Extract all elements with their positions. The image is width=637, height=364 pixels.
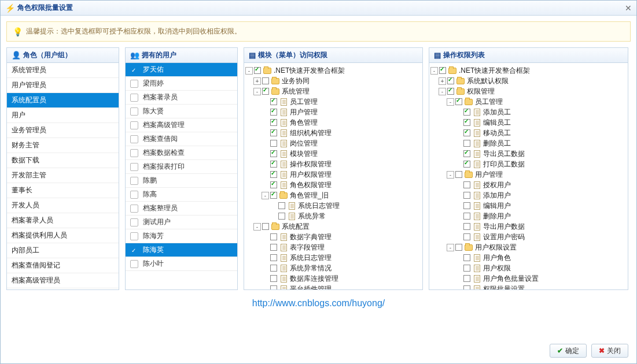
tree-checkbox[interactable] bbox=[270, 181, 277, 188]
tree-checkbox[interactable] bbox=[463, 161, 470, 168]
tree-node[interactable]: 设置用户密码 bbox=[430, 232, 627, 242]
user-item[interactable]: 档案整理员 bbox=[126, 202, 237, 216]
tree-node[interactable]: 添加员工 bbox=[430, 107, 627, 117]
role-item[interactable]: 业务管理员 bbox=[7, 123, 119, 138]
tree-node[interactable]: -系统配置 bbox=[245, 221, 421, 232]
role-item[interactable]: 开发部主管 bbox=[7, 168, 119, 183]
tree-checkbox[interactable] bbox=[463, 202, 470, 209]
tree-checkbox[interactable] bbox=[270, 192, 277, 199]
tree-node[interactable]: 删除用户 bbox=[430, 211, 627, 221]
tree-node[interactable]: 系统日志管理 bbox=[245, 200, 421, 211]
tree-node[interactable]: 用户角色批量设置 bbox=[430, 273, 627, 284]
checkbox-icon[interactable] bbox=[130, 121, 138, 129]
tree-checkbox[interactable] bbox=[463, 223, 470, 230]
role-item[interactable]: 开发人员 bbox=[7, 198, 119, 213]
tree-checkbox[interactable] bbox=[455, 244, 462, 251]
tree-checkbox[interactable] bbox=[447, 77, 454, 84]
tree-checkbox[interactable] bbox=[463, 109, 470, 116]
user-item[interactable]: 陈海芳 bbox=[126, 229, 237, 243]
tree-checkbox[interactable] bbox=[270, 109, 277, 116]
user-item[interactable]: 档案报表打印 bbox=[126, 160, 237, 174]
user-item[interactable]: 陈小叶 bbox=[126, 257, 237, 271]
tree-checkbox[interactable] bbox=[463, 119, 470, 126]
user-item[interactable]: 罗天佑 bbox=[126, 63, 237, 77]
user-item[interactable]: 陈高 bbox=[126, 188, 237, 202]
tree-node[interactable]: 导出用户数据 bbox=[430, 221, 627, 232]
tree-node[interactable]: 表字段管理 bbox=[245, 242, 421, 252]
tree-node[interactable]: 权限批量设置 bbox=[430, 284, 627, 289]
role-item[interactable]: 系统配置员 bbox=[7, 93, 119, 108]
ops-tree[interactable]: -.NET快速开发整合框架+系统默认权限-权限管理-员工管理添加员工编辑员工移动… bbox=[429, 63, 628, 289]
tree-checkbox[interactable] bbox=[270, 129, 277, 136]
tree-node[interactable]: 用户角色 bbox=[430, 252, 627, 263]
tree-checkbox[interactable] bbox=[463, 213, 470, 220]
tree-node[interactable]: -员工管理 bbox=[430, 96, 627, 107]
tree-checkbox[interactable] bbox=[463, 140, 470, 147]
close-button[interactable]: ✖ 关闭 bbox=[591, 344, 628, 358]
tree-node[interactable]: -系统管理 bbox=[245, 86, 421, 96]
tree-checkbox[interactable] bbox=[463, 150, 470, 157]
role-item[interactable]: 档案提供利用人员 bbox=[7, 228, 119, 243]
user-item[interactable]: 档案数据检查 bbox=[126, 146, 237, 160]
user-item[interactable]: 测试用户 bbox=[126, 216, 237, 229]
tree-checkbox[interactable] bbox=[455, 98, 462, 105]
role-item[interactable]: 财务主管 bbox=[7, 138, 119, 153]
checkbox-icon[interactable] bbox=[130, 163, 138, 171]
tree-checkbox[interactable] bbox=[463, 265, 470, 272]
checkbox-icon[interactable] bbox=[130, 218, 138, 226]
tree-checkbox[interactable] bbox=[463, 233, 470, 240]
tree-node[interactable]: -角色管理_旧 bbox=[245, 190, 421, 200]
tree-node[interactable]: 用户权限 bbox=[430, 263, 627, 273]
tree-node[interactable]: 编辑员工 bbox=[430, 117, 627, 128]
tree-checkbox[interactable] bbox=[439, 67, 446, 74]
tree-checkbox[interactable] bbox=[278, 213, 285, 220]
tree-node[interactable]: 数据字典管理 bbox=[245, 232, 421, 242]
tree-node[interactable]: 用户权限管理 bbox=[245, 169, 421, 180]
tree-checkbox[interactable] bbox=[270, 98, 277, 105]
collapse-icon[interactable]: - bbox=[447, 171, 454, 179]
tree-checkbox[interactable] bbox=[262, 77, 269, 84]
tree-node[interactable]: 打印员工数据 bbox=[430, 159, 627, 169]
collapse-icon[interactable]: - bbox=[262, 192, 269, 199]
role-item[interactable]: 用户 bbox=[7, 108, 119, 123]
collapse-icon[interactable]: - bbox=[253, 88, 261, 95]
user-item[interactable]: 陈鹏 bbox=[126, 174, 237, 188]
tree-checkbox[interactable] bbox=[270, 244, 277, 251]
tree-node[interactable]: 添加用户 bbox=[430, 190, 627, 200]
role-item[interactable]: 档案著录人员 bbox=[7, 213, 119, 228]
tree-checkbox[interactable] bbox=[463, 254, 470, 261]
expand-icon[interactable]: + bbox=[253, 77, 261, 85]
tree-node[interactable]: -用户管理 bbox=[430, 169, 627, 180]
tree-node[interactable]: -用户权限设置 bbox=[430, 242, 627, 252]
collapse-icon[interactable]: - bbox=[447, 244, 454, 251]
role-item[interactable]: 档案高级管理员 bbox=[7, 273, 119, 288]
tree-node[interactable]: 员工管理 bbox=[245, 96, 421, 107]
tree-checkbox[interactable] bbox=[270, 254, 277, 261]
role-item[interactable]: 董事长 bbox=[7, 183, 119, 198]
checkbox-icon[interactable] bbox=[130, 260, 138, 268]
tree-checkbox[interactable] bbox=[270, 285, 277, 289]
tree-node[interactable]: 导出员工数据 bbox=[430, 148, 627, 159]
tree-node[interactable]: 模块管理 bbox=[245, 148, 421, 159]
tree-node[interactable]: 删除员工 bbox=[430, 138, 627, 148]
tree-checkbox[interactable] bbox=[270, 233, 277, 240]
tree-checkbox[interactable] bbox=[447, 88, 454, 95]
user-item[interactable]: 档案查借阅 bbox=[126, 132, 237, 146]
tree-node[interactable]: -权限管理 bbox=[430, 86, 627, 96]
tree-node[interactable]: 系统日志管理 bbox=[245, 252, 421, 263]
collapse-icon[interactable]: - bbox=[439, 88, 446, 95]
tree-checkbox[interactable] bbox=[270, 150, 277, 157]
checkbox-icon[interactable] bbox=[130, 191, 138, 199]
user-item[interactable]: 档案著录员 bbox=[126, 91, 237, 105]
user-item[interactable]: 陈海英 bbox=[126, 243, 237, 257]
role-item[interactable]: 上传主管 bbox=[7, 288, 119, 289]
checkbox-icon[interactable] bbox=[130, 66, 138, 74]
checkbox-icon[interactable] bbox=[130, 205, 138, 213]
ok-button[interactable]: ✔ 确定 bbox=[550, 344, 587, 358]
expand-icon[interactable]: + bbox=[439, 77, 446, 85]
role-item[interactable]: 内部员工 bbox=[7, 243, 119, 258]
tree-node[interactable]: -.NET快速开发整合框架 bbox=[430, 65, 627, 76]
close-icon[interactable]: ✕ bbox=[625, 3, 632, 13]
tree-checkbox[interactable] bbox=[463, 275, 470, 282]
tree-node[interactable]: -.NET快速开发整合框架 bbox=[245, 65, 421, 76]
